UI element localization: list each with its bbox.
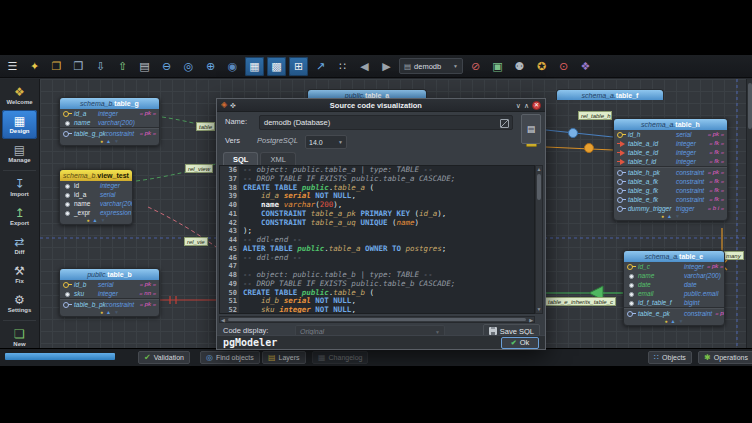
table-row-name[interactable]: namevarchar(200) — [624, 271, 724, 280]
sidebar-item-diff[interactable]: ⇄Diff — [2, 231, 37, 260]
code-vscrollbar[interactable]: ▲ ▼ — [535, 165, 543, 314]
table-row-table_f_id[interactable]: table_f_idinteger« fk » — [614, 157, 727, 166]
connection-point-orange[interactable] — [585, 144, 594, 153]
rel-label-inherits[interactable]: table_e_inherits_table_c — [545, 297, 616, 306]
dialog-titlebar[interactable]: ◈ ✜ Source code visualization ∨ ∧ ✕ — [217, 99, 545, 112]
canvas-vscrollbar[interactable] — [746, 79, 752, 348]
objects-visibility-button[interactable]: ∷ — [333, 57, 352, 76]
source-options-button[interactable]: ▤ — [521, 114, 541, 144]
rel-label-rel-view-2[interactable]: rel_vie — [184, 237, 208, 246]
pin-icon[interactable]: ✜ — [230, 102, 236, 109]
sidebar-item-fix[interactable]: ⚒Fix — [2, 260, 37, 289]
ok-button[interactable]: ✔ Ok — [501, 337, 539, 349]
table-row-dummy_trigger[interactable]: dummy_triggertrigger« b i » — [614, 204, 727, 213]
table-row-table_g_pk[interactable]: table_g_pkconstraint« pk » — [60, 129, 159, 138]
er-table-table_h[interactable]: schema_a.table_hid_hserial« pk »table_a_… — [613, 118, 728, 221]
next-model-button[interactable]: ▶ — [377, 57, 396, 76]
model-combo[interactable]: ▤demodb▼ — [399, 58, 463, 74]
scroll-up-icon[interactable]: ▲ — [536, 166, 542, 173]
rel-label-table-h[interactable]: rel_table_h_ — [578, 111, 612, 120]
table-row-id_f_table_f[interactable]: id_f_table_fbigint — [624, 298, 724, 307]
table-row-table_g_fk[interactable]: table_g_fkconstraint« fk » — [614, 186, 727, 195]
zoom-out-button[interactable]: ⊖ — [157, 57, 176, 76]
canvas-vscrollbar-thumb[interactable] — [748, 83, 752, 129]
maximize-icon[interactable]: ∧ — [524, 102, 529, 109]
expand-down-icon[interactable]: ▼ — [101, 217, 106, 224]
relationship-table-h-orange[interactable] — [546, 147, 613, 150]
expand-canvas-button[interactable]: ↗ — [311, 57, 330, 76]
magnifiers-button[interactable]: ◉ — [223, 57, 242, 76]
expand-up-icon[interactable]: ▲ — [667, 213, 672, 220]
expand-down-icon[interactable]: ▼ — [114, 138, 119, 145]
tab-xml[interactable]: XML — [260, 152, 295, 166]
table-row-name[interactable]: namevarchar(200) — [60, 118, 159, 127]
donate-button[interactable]: ✪ — [532, 57, 551, 76]
plugin-button[interactable]: ⚉ — [510, 57, 529, 76]
expand-down-icon[interactable]: ▼ — [114, 309, 119, 316]
changelog-button[interactable]: ▦Changelog — [312, 351, 368, 364]
main-menu-button[interactable]: ☰ — [3, 57, 22, 76]
relationship-table-h-blue[interactable] — [546, 130, 613, 137]
collapse-dot-icon[interactable]: ● — [661, 213, 664, 220]
sidebar-item-design[interactable]: ▦Design — [2, 110, 37, 139]
minimize-icon[interactable]: ∨ — [516, 102, 521, 109]
show-grid-button[interactable]: ▦ — [245, 57, 264, 76]
scroll-left-icon[interactable]: ◀ — [221, 317, 225, 323]
previous-model-button[interactable]: ◀ — [355, 57, 374, 76]
scroll-down-icon[interactable]: ▼ — [536, 306, 542, 313]
expand-up-icon[interactable]: ▲ — [671, 318, 676, 325]
version-combo[interactable]: 14.0 ▼ — [305, 135, 347, 149]
expand-up-icon[interactable]: ▲ — [106, 309, 111, 316]
export-button[interactable]: ⇧ — [113, 57, 132, 76]
plugins-button[interactable]: ❖ — [576, 57, 595, 76]
grid-dots-button[interactable]: ▩ — [267, 57, 286, 76]
close-model-button[interactable]: ⊘ — [466, 57, 485, 76]
expand-up-icon[interactable]: ▲ — [93, 217, 98, 224]
er-table-table_e[interactable]: schema_a.table_eid_cinteger« pk »namevar… — [623, 250, 725, 326]
code-hscrollbar-thumb[interactable] — [228, 318, 526, 321]
code-hscrollbar[interactable]: ◀ ▶ — [219, 316, 535, 323]
expand-down-icon[interactable]: ▼ — [675, 213, 680, 220]
sidebar-item-export[interactable]: ↥Export — [2, 202, 37, 231]
er-table-table_g[interactable]: schema_b.table_gid_ainteger« pk »namevar… — [59, 97, 160, 146]
find-objects-button[interactable]: ◎Find objects — [200, 351, 260, 364]
rel-label-many[interactable]: many — [723, 251, 744, 260]
table-row-id_c[interactable]: id_cinteger« pk » — [624, 262, 724, 271]
scroll-right-icon[interactable]: ▶ — [529, 317, 533, 323]
print-button[interactable]: ▤ — [135, 57, 154, 76]
table-row-id_a[interactable]: id_ainteger« pk » — [60, 109, 159, 118]
collapse-dot-icon[interactable]: ● — [87, 217, 90, 224]
sidebar-item-settings[interactable]: ⚙Settings — [2, 289, 37, 318]
snap-grid-button[interactable]: ⊞ — [289, 57, 308, 76]
table-row-date[interactable]: datedate — [624, 280, 724, 289]
table-row-table_e_id[interactable]: table_e_idinteger« fk » — [614, 148, 727, 157]
table-row-id_a[interactable]: id_aserial — [60, 190, 132, 199]
zoom-original-button[interactable]: ◎ — [179, 57, 198, 76]
connection-point-blue[interactable] — [569, 129, 578, 138]
sidebar-item-import[interactable]: ↧Import — [2, 173, 37, 202]
open-model-button[interactable]: ❐ — [47, 57, 66, 76]
table-row-id_b[interactable]: id_bserial« pk » — [60, 280, 159, 289]
code-vscrollbar-thumb[interactable] — [537, 174, 541, 200]
layers-button[interactable]: ▤Layers — [262, 351, 306, 364]
blue-indicator-bar[interactable] — [5, 353, 115, 360]
new-model-button[interactable]: ✦ — [25, 57, 44, 76]
table-row-table_e_fk[interactable]: table_e_fkconstraint« fk » — [614, 195, 727, 204]
objects-button[interactable]: ∷Objects — [648, 351, 692, 364]
table-row-table_b_pk[interactable]: table_b_pkconstraint« pk » — [60, 300, 159, 309]
collapse-dot-icon[interactable]: ● — [100, 309, 103, 316]
er-table-table_f-partial[interactable]: schema_a.table_f — [556, 89, 664, 100]
code-area[interactable]: 36-- object: public.table_a | type: TABL… — [219, 165, 535, 314]
tab-sql[interactable]: SQL — [223, 152, 258, 166]
export-image-button[interactable]: ▣ — [488, 57, 507, 76]
import-button[interactable]: ⇩ — [91, 57, 110, 76]
table-row-table_a_id[interactable]: table_a_idinteger« fk » — [614, 139, 727, 148]
rel-label-table-g[interactable]: table_g_ — [196, 122, 215, 131]
table-row-table_a_fk[interactable]: table_a_fkconstraint« fk » — [614, 177, 727, 186]
save-model-button[interactable]: ❒ — [69, 57, 88, 76]
rel-label-rel-view[interactable]: rel_view — [185, 164, 213, 173]
er-table-table_b[interactable]: public.table_bid_bserial« pk »skuinteger… — [59, 268, 160, 317]
sidebar-item-manage[interactable]: ▤Manage — [2, 139, 37, 168]
expand-down-icon[interactable]: ▼ — [679, 318, 684, 325]
table-row-_expr[interactable]: _exprexpression — [60, 208, 132, 217]
